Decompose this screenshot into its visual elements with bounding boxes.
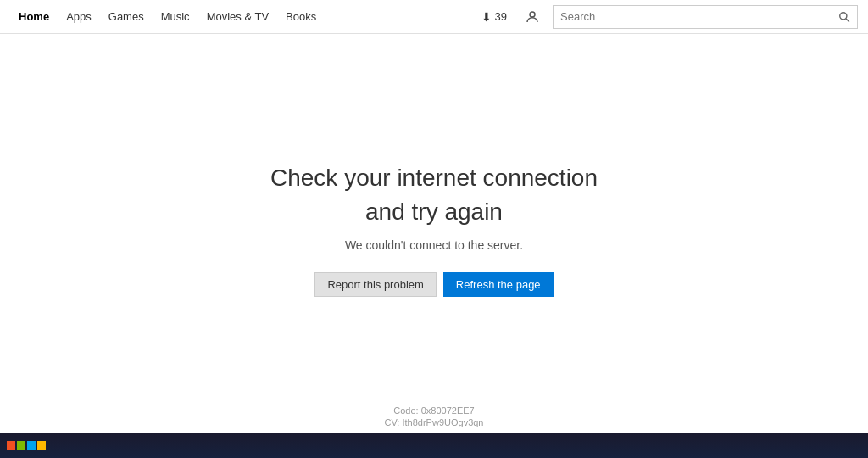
download-icon: ⬇ [481, 10, 492, 24]
nav-movies-tv[interactable]: Movies & TV [198, 0, 277, 33]
user-icon [525, 9, 540, 25]
taskbar [0, 433, 868, 458]
taskbar-square-blue [27, 441, 36, 450]
nav-right-controls: ⬇ 39 [476, 3, 858, 31]
button-row: Report this problem Refresh the page [314, 272, 553, 297]
search-icon [838, 11, 850, 23]
taskbar-square-red [7, 441, 15, 450]
search-box [553, 5, 858, 29]
taskbar-start [7, 441, 46, 450]
svg-point-0 [530, 12, 535, 17]
error-subtitle: We couldn't connect to the server. [345, 238, 523, 252]
navbar: Home Apps Games Music Movies & TV Books … [0, 0, 868, 34]
footer-codes: Code: 0x80072EE7 CV: Ith8drPw9UOgv3qn [0, 405, 868, 427]
nav-books[interactable]: Books [277, 0, 325, 33]
svg-line-2 [846, 19, 849, 22]
search-input[interactable] [554, 10, 832, 23]
nav-music[interactable]: Music [153, 0, 198, 33]
error-title: Check your internet connection and try a… [270, 161, 598, 227]
taskbar-square-green [17, 441, 25, 450]
cv-code: CV: Ith8drPw9UOgv3qn [385, 417, 484, 427]
download-badge[interactable]: ⬇ 39 [476, 10, 512, 24]
error-title-line2: and try again [365, 198, 503, 225]
nav-games[interactable]: Games [100, 0, 153, 33]
error-title-line1: Check your internet connection [270, 165, 598, 191]
nav-home[interactable]: Home [10, 0, 58, 33]
search-button[interactable] [832, 6, 857, 28]
error-code: Code: 0x80072EE7 [393, 405, 474, 416]
main-content: Check your internet connection and try a… [0, 34, 868, 458]
nav-apps[interactable]: Apps [58, 0, 100, 33]
taskbar-square-yellow [37, 441, 46, 450]
report-problem-button[interactable]: Report this problem [314, 272, 436, 297]
download-count: 39 [495, 10, 507, 23]
svg-point-1 [840, 12, 847, 19]
refresh-page-button[interactable]: Refresh the page [443, 272, 554, 297]
user-icon-button[interactable] [519, 3, 546, 31]
